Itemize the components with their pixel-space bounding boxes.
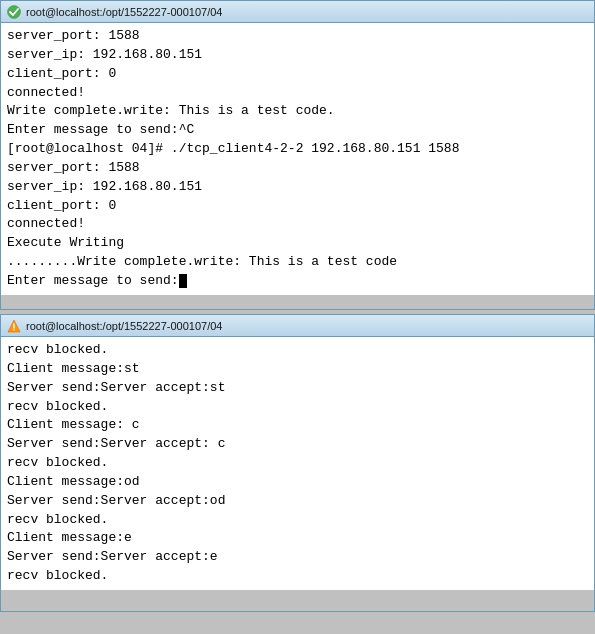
top-terminal-titlebar: root@localhost:/opt/1552227-000107/04 xyxy=(1,1,594,23)
check-icon xyxy=(7,5,21,19)
svg-point-3 xyxy=(13,329,15,331)
warning-icon xyxy=(7,319,21,333)
bottom-titlebar-text: root@localhost:/opt/1552227-000107/04 xyxy=(26,320,222,332)
bottom-terminal-titlebar: root@localhost:/opt/1552227-000107/04 xyxy=(1,315,594,337)
terminal-container: root@localhost:/opt/1552227-000107/04 se… xyxy=(0,0,595,612)
terminal-cursor xyxy=(179,274,187,288)
bottom-terminal-window: root@localhost:/opt/1552227-000107/04 re… xyxy=(0,314,595,612)
top-terminal-window: root@localhost:/opt/1552227-000107/04 se… xyxy=(0,0,595,310)
top-terminal-body[interactable]: server_port: 1588 server_ip: 192.168.80.… xyxy=(1,23,594,295)
bottom-terminal-body[interactable]: recv blocked. Client message:st Server s… xyxy=(1,337,594,590)
top-titlebar-text: root@localhost:/opt/1552227-000107/04 xyxy=(26,6,222,18)
